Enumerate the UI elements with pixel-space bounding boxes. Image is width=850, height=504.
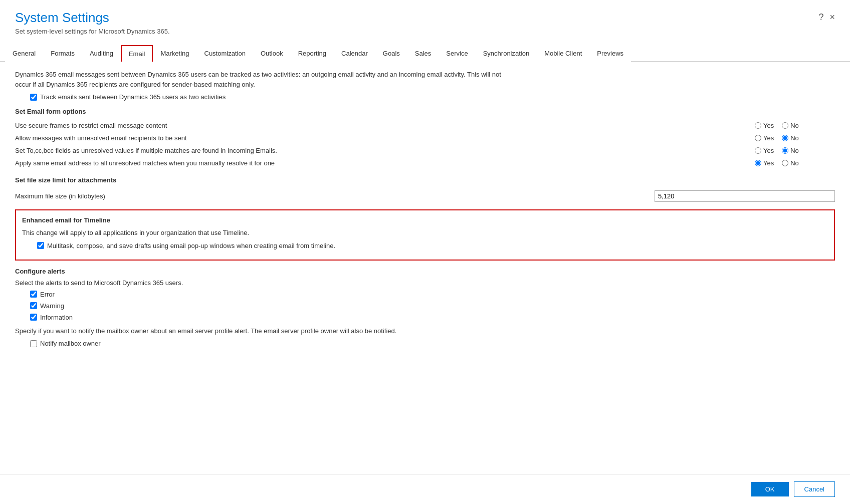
email-setting-row-0: Use secure frames to restrict email mess… [15, 119, 835, 132]
intro-text-1: Dynamics 365 email messages sent between… [15, 70, 835, 89]
dialog-subtitle: Set system-level settings for Microsoft … [15, 28, 170, 35]
dialog-header: System Settings Set system-level setting… [0, 0, 850, 40]
email-setting-row-1: Allow messages with unresolved email rec… [15, 132, 835, 144]
enhanced-email-section: Enhanced email for Timeline This change … [15, 209, 835, 261]
tab-email[interactable]: Email [121, 45, 153, 62]
email-setting-label-0: Use secure frames to restrict email mess… [15, 122, 755, 129]
dialog-title-area: System Settings Set system-level setting… [15, 10, 170, 35]
file-size-input[interactable] [655, 190, 835, 202]
tab-marketing[interactable]: Marketing [153, 45, 196, 62]
enhanced-email-checkbox-row[interactable]: Multitask, compose, and save drafts usin… [37, 242, 828, 249]
notify-mailbox-row[interactable]: Notify mailbox owner [30, 340, 835, 347]
radio-no-3[interactable]: No [782, 159, 799, 167]
notify-mailbox-checkbox[interactable] [30, 340, 37, 347]
tab-service[interactable]: Service [439, 45, 475, 62]
help-icon[interactable]: ? [818, 12, 823, 23]
email-form-heading: Set Email form options [15, 108, 835, 115]
configure-alerts-section: Configure alerts Select the alerts to se… [15, 268, 835, 348]
tab-reporting[interactable]: Reporting [291, 45, 334, 62]
radio-yes-2[interactable]: Yes [755, 147, 774, 154]
radio-group-3: YesNo [755, 159, 835, 167]
alert-checkbox-information[interactable] [30, 314, 37, 321]
cancel-button[interactable]: Cancel [794, 481, 835, 497]
tab-formats[interactable]: Formats [43, 45, 82, 62]
tabs-bar: GeneralFormatsAuditingEmailMarketingCust… [0, 45, 850, 62]
tab-outlook[interactable]: Outlook [253, 45, 291, 62]
email-setting-label-3: Apply same email address to all unresolv… [15, 159, 755, 167]
tab-general[interactable]: General [5, 45, 43, 62]
file-size-label: Maximum file size (in kilobytes) [15, 192, 655, 200]
close-icon[interactable]: × [829, 12, 835, 23]
dialog-controls: ? × [818, 10, 835, 23]
notify-text: Specify if you want to notify the mailbo… [15, 326, 835, 336]
notify-mailbox-label: Notify mailbox owner [40, 340, 101, 347]
enhanced-email-checkbox[interactable] [37, 242, 44, 249]
tab-previews[interactable]: Previews [589, 45, 631, 62]
email-setting-label-2: Set To,cc,bcc fields as unresolved value… [15, 147, 755, 154]
radio-no-1[interactable]: No [782, 134, 799, 142]
radio-group-0: YesNo [755, 122, 835, 129]
email-setting-row-2: Set To,cc,bcc fields as unresolved value… [15, 144, 835, 157]
file-size-heading: Set file size limit for attachments [15, 176, 835, 184]
email-setting-row-3: Apply same email address to all unresolv… [15, 157, 835, 169]
tab-goals[interactable]: Goals [375, 45, 407, 62]
content-area: Dynamics 365 email messages sent between… [0, 62, 850, 474]
tab-auditing[interactable]: Auditing [82, 45, 121, 62]
configure-alerts-intro: Select the alerts to send to Microsoft D… [15, 279, 835, 287]
track-emails-label: Track emails sent between Dynamics 365 u… [40, 93, 226, 101]
radio-group-1: YesNo [755, 134, 835, 142]
radio-no-0[interactable]: No [782, 122, 799, 129]
footer: OK Cancel [0, 474, 850, 504]
track-emails-row[interactable]: Track emails sent between Dynamics 365 u… [30, 93, 835, 101]
enhanced-email-desc: This change will apply to all applicatio… [22, 228, 828, 238]
alert-checkboxes: ErrorWarningInformation [15, 291, 835, 321]
track-emails-checkbox[interactable] [30, 94, 37, 101]
tab-synchronization[interactable]: Synchronization [476, 45, 537, 62]
file-size-row: Maximum file size (in kilobytes) [15, 188, 835, 204]
alert-checkbox-warning[interactable] [30, 302, 37, 309]
ok-button[interactable]: OK [751, 482, 789, 496]
enhanced-email-label: Multitask, compose, and save drafts usin… [47, 242, 335, 249]
alert-checkbox-row-1[interactable]: Warning [30, 302, 835, 310]
tab-calendar[interactable]: Calendar [334, 45, 375, 62]
radio-yes-0[interactable]: Yes [755, 122, 774, 129]
radio-group-2: YesNo [755, 147, 835, 154]
email-settings-rows: Use secure frames to restrict email mess… [15, 119, 835, 169]
tab-customization[interactable]: Customization [197, 45, 253, 62]
configure-alerts-heading: Configure alerts [15, 268, 835, 275]
enhanced-email-heading: Enhanced email for Timeline [22, 216, 828, 224]
tab-mobile-client[interactable]: Mobile Client [537, 45, 589, 62]
dialog-title: System Settings [15, 10, 170, 26]
alert-checkbox-row-2[interactable]: Information [30, 314, 835, 321]
radio-yes-1[interactable]: Yes [755, 134, 774, 142]
alert-checkbox-row-0[interactable]: Error [30, 291, 835, 298]
radio-no-2[interactable]: No [782, 147, 799, 154]
alert-checkbox-error[interactable] [30, 291, 37, 298]
tab-sales[interactable]: Sales [407, 45, 439, 62]
radio-yes-3[interactable]: Yes [755, 159, 774, 167]
email-setting-label-1: Allow messages with unresolved email rec… [15, 134, 755, 142]
